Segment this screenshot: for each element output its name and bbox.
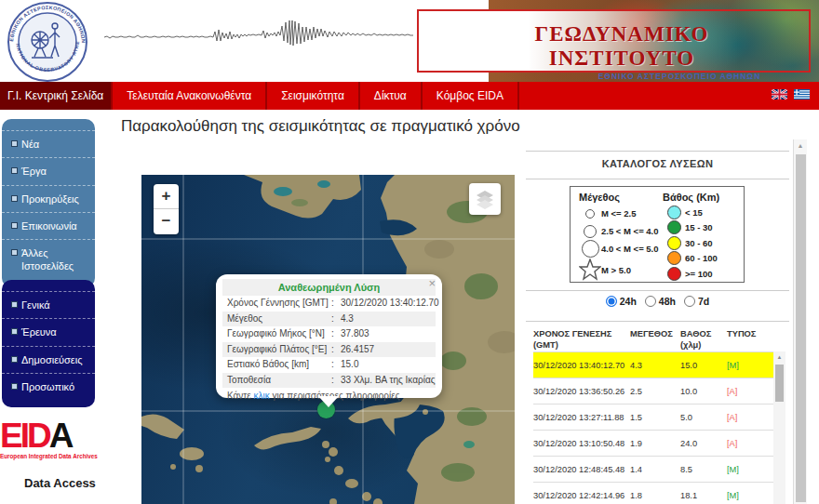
cell-depth: 24.0 [680,439,727,448]
eida-logo-letter: D [27,417,49,455]
cell-magnitude: 1.9 [630,439,680,448]
sidebar-item-projects[interactable]: Έργα [2,157,95,184]
eida-logo[interactable]: EIDA [0,418,104,453]
scroll-up-icon[interactable]: ▲ [794,139,807,153]
sidebar-item-contact[interactable]: Επικοινωνία [2,212,95,239]
legend-row: >= 100 [663,266,742,282]
data-access-link[interactable]: Data Access [24,476,104,490]
sidebar-item-publications[interactable]: Δημοσιεύσεις [2,346,95,373]
sidebar-item-research[interactable]: Έρευνα [2,318,95,345]
popup-label: Μέγεθος [227,313,331,325]
cell-magnitude: 2.5 [630,387,680,396]
earthquake-popup: × Αναθεωρημένη Λύση Χρόνος Γέννησης [GMT… [216,274,442,398]
sidebar-item-personnel[interactable]: Προσωπικό [2,373,95,400]
table-scrollbar[interactable]: ▲ [773,351,785,504]
nav-item-seismicity[interactable]: Σεισμικότητα [267,82,360,110]
legend-label: < 15 [685,207,703,218]
sidebar-item-general[interactable]: Γενικά [2,291,95,318]
eida-logo-letter: E [0,417,20,455]
close-icon[interactable]: × [428,276,436,290]
language-switcher [772,89,810,99]
institute-banner: ΓΕΩΔΥΝΑΜΙΚΟ ΙΝΣΤΙΤΟΥΤΟ ΕΘΝΙΚΟ ΑΣΤΕΡΟΣΚΟΠ… [417,9,811,73]
legend-label: 30 - 60 [685,238,713,248]
legend-depth-title: Βάθος (Km) [663,192,742,203]
large-circle-icon [582,240,599,258]
legend-row: M <= 2.5 [579,205,661,222]
legend-row: 2.5 < M <= 4.0 [579,222,661,240]
nav-item-eida-node[interactable]: Κόμβος EIDA [423,82,519,110]
depth-color-icon [667,236,681,250]
seismicity-map[interactable]: × Αναθεωρημένη Λύση Χρόνος Γέννησης [GMT… [141,175,515,504]
cell-time: 30/12/2020 13:10:50.48 [533,439,630,448]
table-row[interactable]: 30/12/2020 13:10:50.48 1.9 24.0 [A] [533,430,773,456]
col-header-type: ΤΥΠΟΣ [727,328,773,351]
depth-color-icon [667,267,681,281]
zoom-in-button[interactable]: + [154,184,179,209]
legend-label: M <= 2.5 [601,208,637,219]
sidebar-item-other-websites[interactable]: Άλλες Ιστοσελίδες [2,239,95,280]
nav-item-home[interactable]: Γ.Ι. Κεντρική Σελίδα [0,82,113,110]
cell-depth: 5.0 [680,413,727,422]
popup-label: Τοποθεσία [227,375,331,387]
table-row[interactable]: 30/12/2020 13:27:11.88 1.5 5.0 [A] [533,404,773,430]
greece-flag-icon[interactable] [794,89,810,99]
popup-row-origin-time: Χρόνος Γέννησης [GMT] : 30/12/2020 13:40… [222,296,436,312]
nav-item-announcements[interactable]: Τελευταία Ανακοινωθέντα [113,82,267,110]
table-row[interactable]: 30/12/2020 13:36:50.26 2.5 10.0 [A] [533,378,773,404]
legend-label: M > 5.0 [601,265,631,275]
medium-circle-icon [584,225,597,238]
panel-scrollbar-thumb[interactable] [796,154,806,502]
cell-depth: 18.1 [680,491,727,500]
table-scrollbar-thumb[interactable] [775,365,784,402]
cell-time: 30/12/2020 12:48:45.48 [533,465,630,474]
zoom-out-button[interactable]: − [154,209,179,233]
legend-label: 60 - 100 [685,253,718,263]
map-layers-button[interactable] [469,183,501,215]
popup-label: Εστιακό Βάθος [km] [227,359,331,371]
sidebar-item-calls[interactable]: Προκηρύξεις [2,185,95,212]
popup-tail [318,396,339,407]
sidebar-item-news[interactable]: Νέα [2,130,95,157]
radio-icon [684,296,695,307]
popup-value: 37.803 [341,328,369,340]
col-header-time: ΧΡΟΝΟΣ ΓΕΝΕΣΗΣ (GMT) [533,328,630,351]
depth-color-icon [667,206,681,219]
popup-row-magnitude: Μέγεθος : 4.3 [222,312,436,327]
popup-row-longitude: Γεωγραφικό Μήκος [°N] : 37.803 [222,326,436,342]
table-header: ΧΡΟΝΟΣ ΓΕΝΕΣΗΣ (GMT) ΜΕΓΕΘΟΣ ΒΑΘΟΣ (χλμ)… [533,323,773,351]
sidebar-box-institute: Γενικά Έρευνα Δημοσιεύσεις Προσωπικό [2,280,95,407]
scroll-up-icon[interactable]: ▲ [773,351,785,364]
small-circle-icon [585,209,595,219]
cell-type: [M] [727,361,773,370]
table-row[interactable]: 30/12/2020 13:40:12.70 4.3 15.0 [M] [533,351,773,378]
legend-magnitude-column: Μέγεθος M <= 2.5 2.5 < M <= 4.0 4.0 < M … [579,192,661,282]
cell-magnitude: 1.8 [630,491,680,500]
divider [526,151,789,152]
separator: : [331,298,341,310]
uk-flag-icon[interactable] [772,89,787,99]
cell-type: [A] [727,387,773,396]
cell-depth: 10.0 [680,387,727,396]
radio-48h[interactable]: 48h [645,296,676,307]
table-row[interactable]: 30/12/2020 12:42:14.96 1.8 18.1 [M] [533,482,773,504]
table-row[interactable]: 30/12/2020 12:48:45.48 1.4 8.5 [M] [533,456,773,482]
separator: : [331,344,341,356]
main-nav: Γ.Ι. Κεντρική Σελίδα Τελευταία Ανακοινωθ… [0,82,819,110]
institute-title: ΓΕΩΔΥΝΑΜΙΚΟ ΙΝΣΤΙΤΟΥΤΟ [491,22,752,71]
col-header-depth: ΒΑΘΟΣ (χλμ) [680,328,727,351]
eida-block: EIDA European Integrated Data Archives D… [0,418,104,490]
nav-item-networks[interactable]: Δίκτυα [360,82,423,110]
radio-7d[interactable]: 7d [684,296,709,307]
cell-magnitude: 4.3 [630,361,680,370]
popup-value: 30/12/2020 13:40:12.70 [341,298,439,310]
depth-color-icon [667,220,681,234]
legend-magnitude-title: Μέγεθος [579,192,661,203]
radio-24h[interactable]: 24h [606,296,637,307]
cell-time: 30/12/2020 12:42:14.96 [533,491,630,500]
seismogram-trace [102,11,413,65]
cell-type: [A] [727,413,773,422]
panel-scrollbar[interactable]: ▲ [793,139,807,504]
cell-depth: 15.0 [680,361,727,370]
eida-logo-letter: I [20,417,27,455]
more-info-link[interactable]: κλικ [254,391,270,401]
